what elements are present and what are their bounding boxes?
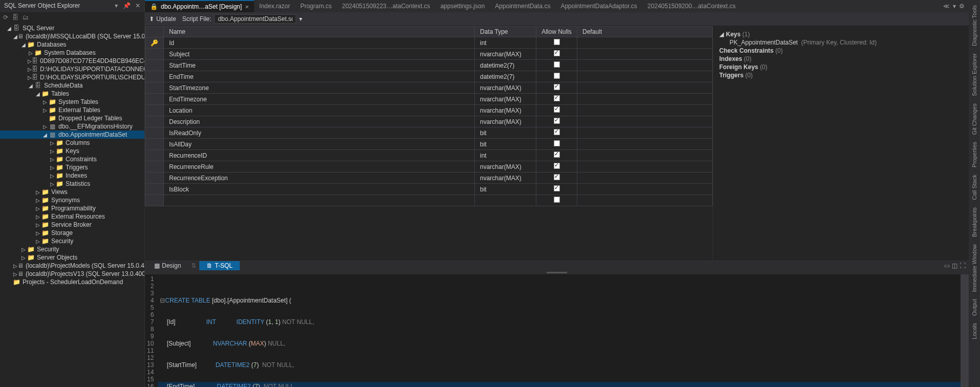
tree-item[interactable]: ▷📁Constraints — [0, 155, 144, 163]
tree-item[interactable]: ▷▦dbo.__EFMigrationsHistory — [0, 122, 144, 131]
check-constraints-label[interactable]: Check Constraints — [719, 47, 774, 54]
col-type[interactable]: datetime2(7) — [475, 60, 536, 71]
table-row[interactable]: Locationnvarchar(MAX) — [145, 105, 713, 116]
tab-file[interactable]: 2024051509223…ataContext.cs — [337, 0, 435, 12]
rail-locals[interactable]: Locals — [970, 320, 978, 342]
tree-item[interactable]: ▷📁Columns — [0, 139, 144, 147]
tree-item[interactable]: 📁Projects - SchedulerLoadOnDemand — [0, 278, 144, 286]
table-row[interactable]: RecurrenceExceptionnvarchar(MAX) — [145, 173, 713, 184]
col-type[interactable]: nvarchar(MAX) — [475, 105, 536, 116]
allow-nulls-checkbox[interactable] — [554, 39, 560, 45]
allow-nulls-checkbox[interactable] — [554, 50, 560, 56]
tree-item[interactable]: ▷📁Security — [0, 245, 144, 253]
keys-label[interactable]: Keys — [726, 31, 741, 38]
chevron-down-icon[interactable]: ▾ — [299, 15, 302, 23]
split-h-icon[interactable]: ▭ — [944, 262, 950, 269]
tree-item[interactable]: ▷📁Server Objects — [0, 253, 144, 262]
col-name[interactable]: EndTimezone — [164, 94, 475, 105]
col-type[interactable]: bit — [475, 184, 536, 195]
allow-nulls-checkbox[interactable] — [554, 129, 560, 135]
allow-nulls-checkbox[interactable] — [554, 61, 560, 68]
triggers-label[interactable]: Triggers — [719, 72, 743, 79]
update-button[interactable]: ⬆Update — [149, 15, 176, 23]
table-row[interactable]: Subjectnvarchar(MAX) — [145, 49, 713, 60]
tree-appointment-table[interactable]: ◢▦dbo.AppointmentDataSet — [0, 131, 144, 139]
tree-item[interactable]: ▷📁Triggers — [0, 163, 144, 171]
tab-file[interactable]: Program.cs — [295, 0, 337, 12]
tree-item[interactable]: ▷🗄D:\HOLIDAYSUPPORT\URL\SCHEDULECRUD — [0, 73, 144, 81]
tab-file[interactable]: AppointmentData.cs — [490, 0, 555, 12]
rail-solution-explorer[interactable]: Solution Explorer — [970, 50, 978, 99]
col-name[interactable]: RecurrenceRule — [164, 161, 475, 173]
pk-row[interactable]: PK_AppointmentDataSet (Primary Key, Clus… — [719, 38, 963, 47]
col-name[interactable]: Id — [164, 37, 475, 49]
tabs-menu-icon[interactable]: ▾ — [953, 3, 956, 10]
rail-breakpoints[interactable]: Breakpoints — [970, 204, 978, 240]
tree-databases[interactable]: ◢📁Databases — [0, 40, 144, 49]
allow-nulls-checkbox[interactable] — [554, 84, 560, 90]
table-row[interactable]: Descriptionnvarchar(MAX) — [145, 116, 713, 127]
pin-icon[interactable]: ▾ — [115, 2, 118, 9]
tab-design[interactable]: 🔒dbo.Appointm…aSet [Design]✕ — [145, 0, 254, 12]
tree-item[interactable]: ▷📁Programmability — [0, 204, 144, 212]
split-v-icon[interactable]: ◫ — [952, 262, 957, 269]
table-row[interactable]: EndTimedatetime2(7) — [145, 71, 713, 82]
col-type[interactable]: datetime2(7) — [475, 71, 536, 82]
tree-item[interactable]: ▷📁Service Broker — [0, 221, 144, 229]
close-icon[interactable]: ✕ — [245, 4, 249, 10]
rail-git-changes[interactable]: Git Changes — [970, 100, 978, 138]
allow-nulls-checkbox[interactable] — [554, 106, 560, 113]
col-type[interactable]: int — [475, 37, 536, 49]
allow-nulls-checkbox[interactable] — [554, 73, 560, 79]
group-icon[interactable]: 🗂 — [23, 14, 29, 21]
table-row[interactable]: IsAllDaybit — [145, 139, 713, 150]
table-row[interactable]: IsBlockbit — [145, 184, 713, 195]
tree-item[interactable]: ▷🗄D:\HOLIDAYSUPPORT\DATACONNECTION\ — [0, 65, 144, 73]
tree-item[interactable]: ▷📁Storage — [0, 229, 144, 237]
col-type[interactable]: bit — [475, 127, 536, 139]
tree-item[interactable]: ▷🗄0D897D087CD77EE4DD4BCB946EC4C0E1_AN — [0, 57, 144, 65]
col-type[interactable]: bit — [475, 139, 536, 150]
col-name[interactable]: StartTime — [164, 60, 475, 71]
col-type[interactable]: nvarchar(MAX) — [475, 161, 536, 173]
tree-item[interactable]: ▷📁External Tables — [0, 106, 144, 114]
tree-item[interactable]: ▷🖥(localdb)\ProjectsV13 (SQL Server 13.0… — [0, 270, 144, 278]
col-name[interactable]: Location — [164, 105, 475, 116]
col-name[interactable]: RecurrenceException — [164, 173, 475, 184]
table-row[interactable]: 🔑Idint — [145, 37, 713, 49]
tree-item[interactable]: ▷📁Views — [0, 188, 144, 196]
tree-item[interactable]: ▷📁Indexes — [0, 171, 144, 180]
col-type[interactable]: nvarchar(MAX) — [475, 49, 536, 60]
col-type[interactable]: nvarchar(MAX) — [475, 94, 536, 105]
tree-item[interactable]: ▷📁Security — [0, 237, 144, 245]
splitter[interactable] — [145, 270, 969, 274]
allow-nulls-checkbox[interactable] — [554, 163, 560, 169]
tree-item[interactable]: 📁Dropped Ledger Tables — [0, 114, 144, 122]
allow-nulls-checkbox[interactable] — [554, 197, 560, 203]
col-type[interactable]: nvarchar(MAX) — [475, 173, 536, 184]
rail-call-stack[interactable]: Call Stack — [970, 171, 978, 203]
tree-scheduledata[interactable]: ◢🗄ScheduleData — [0, 81, 144, 90]
sort-icon[interactable]: ⇅ — [188, 262, 199, 269]
refresh-icon[interactable]: ⟳ — [3, 14, 8, 21]
col-name-header[interactable]: Name — [164, 27, 475, 37]
tree-item[interactable]: ▷🖥(localdb)\ProjectModels (SQL Server 15… — [0, 262, 144, 270]
rail-output[interactable]: Output — [970, 296, 978, 319]
rail-properties[interactable]: Properties — [970, 139, 978, 170]
tab-file[interactable]: AppointmentDataAdaptor.cs — [555, 0, 642, 12]
col-name[interactable]: IsAllDay — [164, 139, 475, 150]
allow-nulls-checkbox[interactable] — [554, 118, 560, 124]
table-row[interactable]: StartTimedatetime2(7) — [145, 60, 713, 71]
col-default-header[interactable]: Default — [577, 27, 713, 37]
col-name[interactable]: Subject — [164, 49, 475, 60]
allow-nulls-checkbox[interactable] — [554, 174, 560, 180]
design-tab[interactable]: ▦Design — [147, 261, 188, 270]
col-name[interactable]: EndTime — [164, 71, 475, 82]
table-row[interactable]: IsReadOnlybit — [145, 127, 713, 139]
allow-nulls-checkbox[interactable] — [554, 152, 560, 158]
col-name[interactable]: IsReadOnly — [164, 127, 475, 139]
scrollbar[interactable] — [961, 274, 969, 387]
sql-editor[interactable]: 1234567891011121314151617 ⊟CREATE TABLE … — [145, 274, 969, 387]
pin-icon[interactable]: 📌 — [123, 2, 131, 9]
foreign-keys-label[interactable]: Foreign Keys — [719, 63, 758, 71]
